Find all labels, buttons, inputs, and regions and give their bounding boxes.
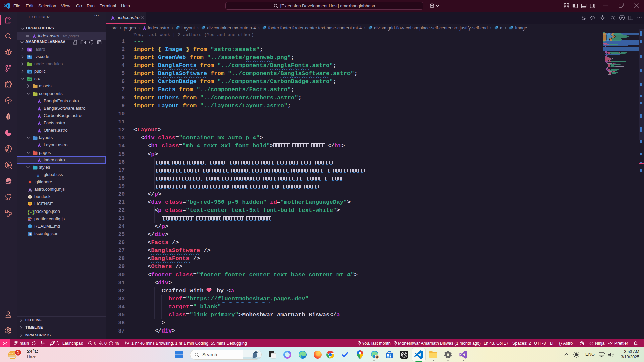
svg-text:TS: TS — [28, 232, 32, 235]
svg-text:</>: </> — [28, 78, 31, 80]
svg-text:1: 1 — [17, 350, 19, 355]
